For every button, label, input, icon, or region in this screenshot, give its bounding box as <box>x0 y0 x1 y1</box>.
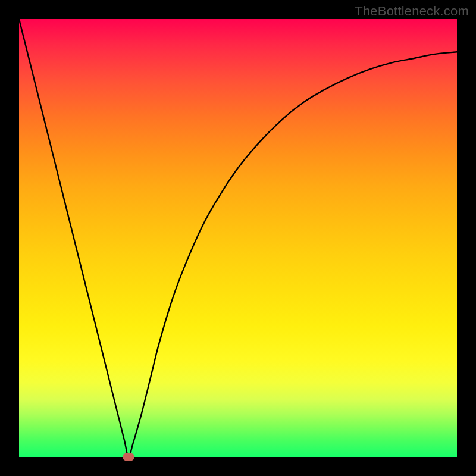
watermark-text: TheBottleneck.com <box>355 4 469 19</box>
optimum-marker <box>123 453 134 461</box>
plot-area <box>19 19 457 457</box>
chart-frame: TheBottleneck.com <box>0 0 476 476</box>
bottleneck-curve <box>19 19 457 457</box>
